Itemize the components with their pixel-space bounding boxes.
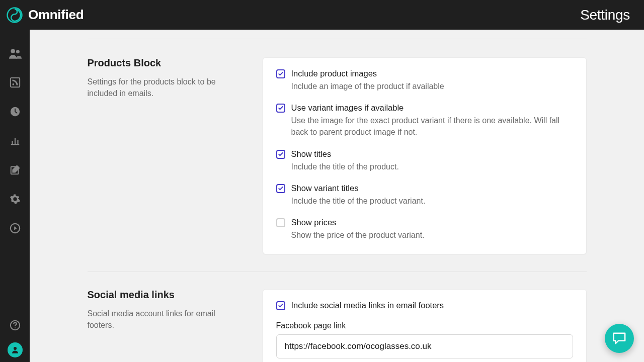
option-label: Include social media links in email foot…: [291, 301, 573, 310]
section-products: Products Block Settings for the products…: [88, 57, 587, 254]
sidebar-item-help[interactable]: [0, 311, 30, 340]
chat-icon: [612, 331, 627, 345]
option-desc: Include the title of the product.: [291, 161, 573, 172]
option-label: Show titles: [291, 149, 573, 159]
brand[interactable]: Omnified: [6, 7, 84, 24]
option-use-variant-images: Use variant images if availableUse the i…: [276, 103, 573, 138]
option-label: Show variant titles: [291, 184, 573, 193]
sidebar: [0, 30, 30, 362]
sidebar-item-analytics[interactable]: [0, 126, 30, 155]
checkbox[interactable]: [276, 301, 285, 310]
option-label: Use variant images if available: [291, 103, 573, 113]
products-card: Include product imagesInclude an image o…: [263, 57, 587, 254]
section-desc: Settings for the products block to be in…: [88, 76, 238, 99]
sidebar-item-account[interactable]: [0, 340, 30, 362]
content-area: Products Block Settings for the products…: [30, 30, 644, 362]
divider: [88, 272, 587, 272]
section-title: Social media links: [88, 289, 238, 301]
section-title: Products Block: [88, 57, 238, 69]
option-include-product-images: Include product imagesInclude an image o…: [276, 69, 573, 92]
svg-point-2: [16, 50, 19, 53]
svg-point-9: [15, 327, 16, 328]
svg-point-0: [8, 8, 22, 22]
svg-rect-3: [10, 78, 19, 87]
option-desc: Include the title of the product variant…: [291, 195, 573, 207]
section-desc: Social media account links for email foo…: [88, 308, 238, 331]
sidebar-item-play[interactable]: [0, 214, 30, 243]
facebook-input[interactable]: [276, 334, 573, 358]
option-show-prices: Show pricesShow the price of the product…: [276, 218, 573, 241]
option-show-variant-titles: Show variant titlesInclude the title of …: [276, 184, 573, 207]
sidebar-item-contacts[interactable]: [0, 39, 30, 68]
section-social: Social media links Social media account …: [88, 289, 587, 362]
checkbox[interactable]: [276, 218, 285, 227]
checkbox[interactable]: [276, 184, 285, 193]
facebook-label: Facebook page link: [276, 321, 573, 330]
option-label: Include product images: [291, 69, 573, 78]
avatar-icon: [8, 342, 23, 357]
sidebar-item-feed[interactable]: [0, 68, 30, 97]
option-desc: Include an image of the product if avail…: [291, 80, 573, 92]
option-desc: Show the price of the product variant.: [291, 229, 573, 241]
svg-point-4: [12, 83, 14, 85]
brand-name: Omnified: [28, 7, 84, 23]
brand-logo-icon: [6, 7, 23, 24]
social-card: Include social media links in email foot…: [263, 289, 587, 362]
option-include-social-links: Include social media links in email foot…: [276, 301, 573, 312]
option-desc: Use the image for the exact product vari…: [291, 115, 573, 138]
divider: [88, 39, 587, 39]
top-bar: Omnified Settings: [0, 0, 644, 30]
page-title: Settings: [580, 7, 630, 23]
checkbox[interactable]: [276, 69, 285, 78]
sidebar-item-history[interactable]: [0, 97, 30, 126]
checkbox[interactable]: [276, 150, 285, 159]
option-label: Show prices: [291, 218, 573, 227]
svg-point-1: [11, 49, 15, 53]
sidebar-item-settings[interactable]: [0, 185, 30, 214]
checkbox[interactable]: [276, 104, 285, 113]
sidebar-item-compose[interactable]: [0, 155, 30, 185]
svg-point-10: [14, 347, 17, 350]
chat-launcher[interactable]: [605, 324, 634, 353]
option-show-titles: Show titlesInclude the title of the prod…: [276, 149, 573, 172]
